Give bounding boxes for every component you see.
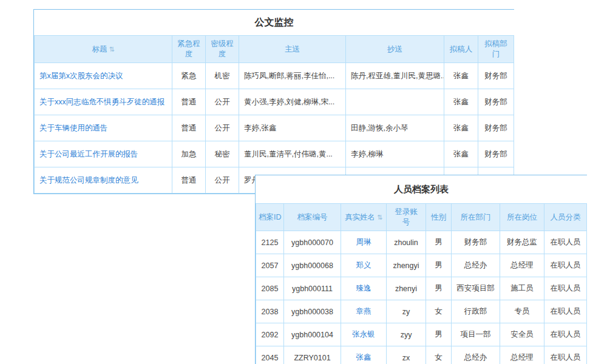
- table-row: 2085 ygbh000111 臻逸 zhenyi 男 西安项目部 施工员 在职…: [256, 277, 587, 300]
- cell-department: 总经办: [452, 346, 500, 364]
- doc-title-link[interactable]: 关于车辆使用的通告: [39, 124, 108, 132]
- cell-real-name: 章燕: [341, 300, 387, 323]
- person-name-link[interactable]: 章燕: [356, 307, 371, 315]
- cell-main-recipient: 董川民,董清平,付伟璐,黄...: [239, 141, 346, 167]
- col-header-security: 密级程度: [206, 36, 239, 63]
- cell-gender: 女: [426, 300, 452, 323]
- cell-position: 安全员: [500, 323, 544, 346]
- cell-archive-id: 2085: [256, 277, 284, 300]
- person-name-link[interactable]: 周琳: [356, 238, 371, 246]
- cell-gender: 女: [426, 346, 452, 364]
- table-row: 2092 ygbh000104 张永银 zyy 男 项目一部 安全员 在职人员: [256, 323, 587, 346]
- doc-monitor-table: 公文监控 标题⇅ 紧急程度 密级程度 主送 抄送 拟稿人 拟稿部门 第x届第x次…: [34, 10, 514, 194]
- cell-security: 机密: [206, 63, 239, 89]
- table-row: 关于公司最近工作开展的报告 加急 秘密 董川民,董清平,付伟璐,黄... 李婷,…: [35, 141, 514, 167]
- cell-security: 公开: [206, 167, 239, 194]
- col-header-position: 所在岗位: [500, 204, 544, 231]
- cell-login-account: zhoulin: [387, 231, 426, 254]
- cell-gender: 男: [426, 231, 452, 254]
- cell-urgency: 普通: [172, 115, 206, 141]
- cell-urgency: 普通: [172, 167, 206, 194]
- cell-real-name: 张鑫: [341, 346, 387, 364]
- personnel-archive-panel: 人员档案列表 档案ID 档案编号 真实姓名⇅ 登录账号 性别 所在部门 所在岗位…: [255, 175, 587, 364]
- cell-urgency: 紧急: [172, 63, 206, 89]
- col-header-real-name-label: 真实姓名: [345, 213, 375, 221]
- cell-archive-id: 2125: [256, 231, 284, 254]
- doc-title-link[interactable]: 关于规范公司规章制度的意见: [39, 176, 138, 184]
- cell-position: 财务总监: [500, 231, 544, 254]
- table-row: 关于xxx同志临危不惧勇斗歹徒的通报 普通 公开 黄小强,李婷,刘健,柳琳,宋.…: [35, 89, 514, 115]
- cell-drafter: 张鑫: [444, 115, 478, 141]
- table-row: 2038 ygbh000038 章燕 zy 女 行政部 专员 在职人员: [256, 300, 587, 323]
- cell-title: 关于规范公司规章制度的意见: [35, 167, 172, 194]
- doc-title-link[interactable]: 第x届第x次股东会的决议: [39, 72, 123, 80]
- cell-archive-id: 2092: [256, 323, 284, 346]
- doc-title-link[interactable]: 关于xxx同志临危不惧勇斗歹徒的通报: [39, 98, 164, 106]
- table-row: 2125 ygbh000070 周琳 zhoulin 男 财务部 财务总监 在职…: [256, 231, 587, 254]
- col-header-gender: 性别: [426, 204, 452, 231]
- personnel-header-row: 档案ID 档案编号 真实姓名⇅ 登录账号 性别 所在部门 所在岗位 人员分类: [256, 204, 587, 231]
- cell-position: 总经理: [500, 254, 544, 277]
- cell-urgency: 加急: [172, 141, 206, 167]
- cell-login-account: zy: [387, 300, 426, 323]
- cell-real-name: 郑义: [341, 254, 387, 277]
- cell-login-account: zhengyi: [387, 254, 426, 277]
- sort-icon[interactable]: ⇅: [109, 46, 114, 53]
- cell-cc: 陈丹,程亚雄,董川民,黄思璐...: [346, 63, 444, 89]
- cell-gender: 男: [426, 323, 452, 346]
- person-name-link[interactable]: 郑义: [356, 261, 371, 269]
- col-header-title-label: 标题: [92, 45, 107, 53]
- cell-archive-no: ZZRY0101: [284, 346, 341, 364]
- page: 公文监控 标题⇅ 紧急程度 密级程度 主送 抄送 拟稿人 拟稿部门 第x届第x次…: [0, 0, 607, 364]
- cell-department: 项目一部: [452, 323, 500, 346]
- cell-login-account: zx: [387, 346, 426, 364]
- person-name-link[interactable]: 臻逸: [356, 284, 371, 292]
- cell-archive-no: ygbh000104: [284, 323, 341, 346]
- cell-category: 在职人员: [544, 231, 587, 254]
- cell-position: 总经理: [500, 346, 544, 364]
- doc-title-link[interactable]: 关于公司最近工作开展的报告: [39, 150, 138, 158]
- personnel-title-row: 人员档案列表: [256, 175, 587, 204]
- col-header-draft-dept: 拟稿部门: [478, 36, 514, 63]
- person-name-link[interactable]: 张永银: [352, 330, 375, 339]
- cell-category: 在职人员: [544, 254, 587, 277]
- col-header-cc: 抄送: [346, 36, 444, 63]
- cell-category: 在职人员: [544, 323, 587, 346]
- cell-security: 公开: [206, 115, 239, 141]
- col-header-real-name: 真实姓名⇅: [341, 204, 387, 231]
- cell-department: 总经办: [452, 254, 500, 277]
- table-row: 2057 ygbh000068 郑义 zhengyi 男 总经办 总经理 在职人…: [256, 254, 587, 277]
- sort-icon[interactable]: ⇅: [377, 214, 382, 221]
- cell-title: 关于公司最近工作开展的报告: [35, 141, 172, 167]
- cell-urgency: 普通: [172, 89, 206, 115]
- cell-category: 在职人员: [544, 300, 587, 323]
- cell-cc: 田静,游恢,余小琴: [346, 115, 444, 141]
- cell-login-account: zhenyi: [387, 277, 426, 300]
- cell-archive-id: 2057: [256, 254, 284, 277]
- cell-archive-no: ygbh000068: [284, 254, 341, 277]
- col-header-title: 标题⇅: [35, 36, 172, 63]
- cell-title: 关于车辆使用的通告: [35, 115, 172, 141]
- cell-security: 公开: [206, 89, 239, 115]
- person-name-link[interactable]: 张鑫: [356, 353, 371, 362]
- cell-draft-dept: 财务部: [478, 115, 514, 141]
- table-row: 第x届第x次股东会的决议 紧急 机密 陈巧凤,断郎,蒋丽,李佳怡,... 陈丹,…: [35, 63, 514, 89]
- col-header-main-recipient: 主送: [239, 36, 346, 63]
- cell-archive-id: 2038: [256, 300, 284, 323]
- col-header-department: 所在部门: [452, 204, 500, 231]
- cell-cc: [346, 89, 444, 115]
- cell-title: 第x届第x次股东会的决议: [35, 63, 172, 89]
- col-header-drafter: 拟稿人: [444, 36, 478, 63]
- cell-archive-no: ygbh000111: [284, 277, 341, 300]
- cell-drafter: 张鑫: [444, 141, 478, 167]
- cell-draft-dept: 财务部: [478, 141, 514, 167]
- col-header-urgency: 紧急程度: [172, 36, 206, 63]
- cell-main-recipient: 李婷,张鑫: [239, 115, 346, 141]
- cell-title: 关于xxx同志临危不惧勇斗歹徒的通报: [35, 89, 172, 115]
- col-header-category: 人员分类: [544, 204, 587, 231]
- cell-draft-dept: 财务部: [478, 63, 514, 89]
- cell-category: 在职人员: [544, 277, 587, 300]
- cell-archive-no: ygbh000038: [284, 300, 341, 323]
- col-header-archive-no: 档案编号: [284, 204, 341, 231]
- cell-login-account: zyy: [387, 323, 426, 346]
